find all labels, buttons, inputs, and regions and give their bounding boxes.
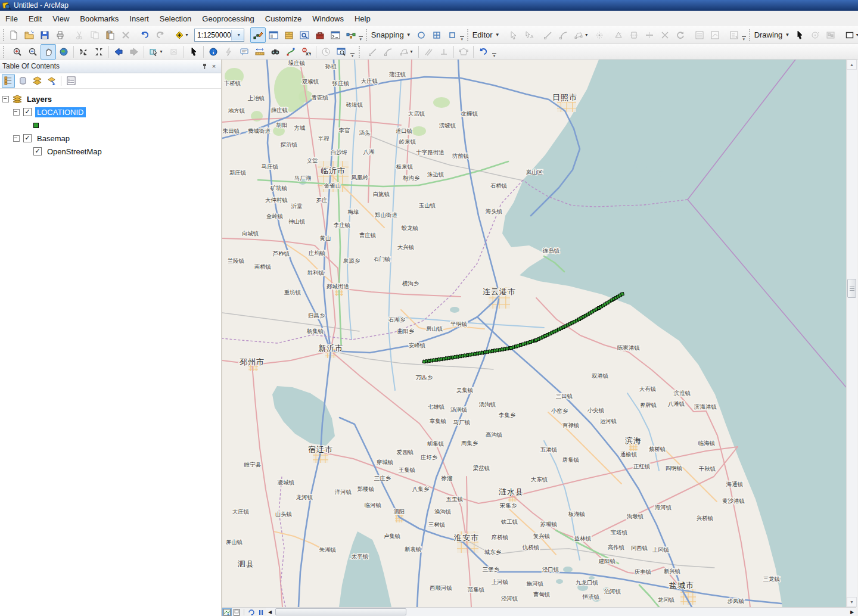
list-by-source-button[interactable] xyxy=(16,74,29,88)
search-window-button[interactable] xyxy=(297,27,312,43)
go-to-xy-button[interactable]: XY xyxy=(299,44,314,60)
cut-button[interactable] xyxy=(72,27,87,43)
combo-dropdown-icon[interactable]: ▼ xyxy=(231,30,244,41)
edit-sketch-button[interactable] xyxy=(250,27,266,43)
menu-customize[interactable]: Customize xyxy=(260,12,307,26)
pause-drawing-button[interactable] xyxy=(256,608,266,616)
scroll-up-icon[interactable]: ▲ xyxy=(847,60,857,70)
rectangle-button[interactable]: ▾ xyxy=(842,27,858,43)
trace-button[interactable]: ▾ xyxy=(396,44,416,60)
menu-help[interactable]: Help xyxy=(349,12,376,26)
save-button[interactable] xyxy=(37,27,52,43)
select-elements-button[interactable] xyxy=(792,27,807,43)
redo-button[interactable] xyxy=(153,27,168,43)
toc-header[interactable]: Table Of Contents × xyxy=(0,60,221,73)
identify-button[interactable]: i xyxy=(206,44,221,60)
arc-segment-button[interactable] xyxy=(381,44,396,60)
list-by-visibility-button[interactable] xyxy=(30,74,43,88)
menu-insert[interactable]: Insert xyxy=(124,12,154,26)
drawing-menu-button[interactable]: Drawing▼ xyxy=(752,29,792,41)
fixed-zoom-in-button[interactable] xyxy=(76,44,91,60)
layer-basemap[interactable]: Basemap xyxy=(35,133,72,144)
map-view[interactable]: 临沂市日照市连云港市新沂市邳州市宿迁市淮安市涟水县盐城市滨海泗县泗阳岚山区垛庄镇… xyxy=(222,60,846,607)
full-extent-button[interactable] xyxy=(56,44,72,60)
collapse-icon[interactable] xyxy=(2,96,9,102)
toolbar-grip[interactable] xyxy=(3,46,8,58)
perpendicular-button[interactable] xyxy=(436,44,452,60)
catalog-button[interactable] xyxy=(281,27,297,43)
select-features-button[interactable]: ▾ xyxy=(146,44,166,60)
menu-view[interactable]: View xyxy=(47,12,74,26)
map-scale-combobox[interactable]: 1:1250000▼ xyxy=(194,29,244,42)
scroll-right-icon[interactable]: ▶ xyxy=(848,608,856,616)
rotate-element-button[interactable] xyxy=(807,27,823,43)
open-button[interactable] xyxy=(21,27,37,43)
zoom-out-button[interactable] xyxy=(25,44,41,60)
toolbar-overflow-icon[interactable]: ▾ xyxy=(359,27,363,42)
menu-windows[interactable]: Windows xyxy=(307,12,349,26)
paste-button[interactable] xyxy=(102,27,118,43)
find-route-button[interactable] xyxy=(283,44,299,60)
horizontal-scrollbar[interactable]: ◀ ▶ xyxy=(266,608,856,616)
collapse-icon[interactable] xyxy=(13,135,20,142)
add-data-button[interactable]: ▾ xyxy=(172,27,192,43)
point-symbol-swatch[interactable] xyxy=(33,123,39,128)
dataframe-label[interactable]: Layers xyxy=(25,94,54,104)
straight-segment-button[interactable] xyxy=(540,27,556,43)
toolbar-grip[interactable] xyxy=(366,29,367,41)
toolbar-grip[interactable] xyxy=(3,29,4,41)
menu-edit[interactable]: Edit xyxy=(23,12,47,26)
delete-button[interactable] xyxy=(118,27,133,43)
menu-selection[interactable]: Selection xyxy=(154,12,197,26)
clear-selection-button[interactable] xyxy=(166,44,182,60)
undo-button[interactable] xyxy=(137,27,153,43)
scroll-left-icon[interactable]: ◀ xyxy=(266,608,274,616)
html-popup-button[interactable] xyxy=(221,44,237,60)
toolbar-overflow-icon[interactable]: ▾ xyxy=(349,44,356,59)
collapse-icon[interactable] xyxy=(13,109,20,116)
modelbuilder-button[interactable] xyxy=(343,27,359,43)
snap-end-button[interactable] xyxy=(429,27,444,43)
layout-view-button[interactable] xyxy=(232,608,241,616)
undo-button[interactable] xyxy=(475,44,491,60)
list-by-selection-button[interactable] xyxy=(45,74,58,88)
reshape-button[interactable] xyxy=(611,27,626,43)
measure-button[interactable] xyxy=(252,44,268,60)
snapping-menu-button[interactable]: Snapping▼ xyxy=(369,29,414,41)
parallel-button[interactable] xyxy=(421,44,436,60)
find-button[interactable] xyxy=(268,44,283,60)
straight-segment-button[interactable] xyxy=(365,44,381,60)
forward-extent-button[interactable] xyxy=(126,44,142,60)
back-extent-button[interactable] xyxy=(111,44,126,60)
time-slider-button[interactable] xyxy=(318,44,334,60)
close-icon[interactable]: × xyxy=(209,61,219,71)
line-intersect-button[interactable] xyxy=(657,27,673,43)
polygon-tool-button[interactable] xyxy=(456,44,471,60)
python-button[interactable] xyxy=(328,27,343,43)
snap-point-button[interactable] xyxy=(414,27,429,43)
callout-button[interactable] xyxy=(237,44,252,60)
new-button[interactable] xyxy=(6,27,21,43)
fixed-zoom-out-button[interactable] xyxy=(91,44,107,60)
feature-point[interactable] xyxy=(621,293,624,296)
data-view-button[interactable] xyxy=(222,608,232,616)
rotate-edit-button[interactable] xyxy=(673,27,688,43)
point-burst-button[interactable] xyxy=(592,27,607,43)
toc-window-button[interactable] xyxy=(266,27,281,43)
arctoolbox-button[interactable] xyxy=(312,27,328,43)
toolbar-overflow-icon[interactable]: ▾ xyxy=(460,27,464,42)
toolbar-grip[interactable] xyxy=(467,29,468,41)
print-button[interactable] xyxy=(52,27,68,43)
layer-locationid[interactable]: LOCATIONID xyxy=(35,107,86,117)
attributes-button[interactable] xyxy=(692,27,707,43)
select-elements-button[interactable] xyxy=(186,44,201,60)
menu-bookmarks[interactable]: Bookmarks xyxy=(74,12,124,26)
editor-menu-button[interactable]: Editor▼ xyxy=(470,29,502,41)
list-by-drawing-order-button[interactable] xyxy=(2,74,15,88)
toolbar-overflow-icon[interactable]: ▾ xyxy=(742,27,746,42)
create-features-button[interactable] xyxy=(726,27,742,43)
menu-file[interactable]: File xyxy=(0,12,23,26)
title-bar[interactable]: Untitled - ArcMap xyxy=(0,0,858,11)
edit-vertices-draw-button[interactable] xyxy=(823,27,838,43)
menu-bar[interactable]: FileEditViewBookmarksInsertSelectionGeop… xyxy=(0,11,858,27)
